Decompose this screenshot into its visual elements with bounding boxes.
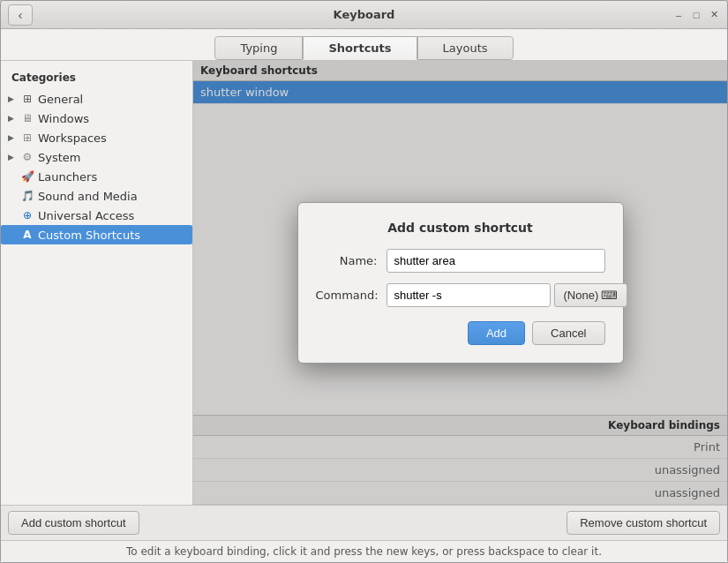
command-label: Command: bbox=[316, 289, 387, 302]
arrow-icon: ▶ bbox=[8, 94, 17, 103]
sidebar-label-universal: Universal Access bbox=[38, 209, 134, 222]
general-icon: ⊞ bbox=[20, 92, 34, 106]
cancel-button[interactable]: Cancel bbox=[532, 321, 604, 345]
sound-icon: 🎵 bbox=[20, 189, 34, 203]
command-field: Command: (None) ⌨ bbox=[316, 283, 605, 307]
name-field: Name: bbox=[316, 249, 605, 273]
add-custom-shortcut-button[interactable]: Add custom shortcut bbox=[8, 511, 139, 535]
custom-icon: A bbox=[20, 228, 34, 242]
universal-icon: ⊕ bbox=[20, 208, 34, 222]
shortcut-button[interactable]: (None) ⌨ bbox=[554, 283, 628, 307]
sidebar-item-workspaces[interactable]: ▶ ⊞ Workspaces bbox=[1, 128, 192, 147]
workspaces-icon: ⊞ bbox=[20, 131, 34, 145]
sidebar-label-launchers: Launchers bbox=[38, 170, 97, 184]
modal-title: Add custom shortcut bbox=[316, 221, 605, 235]
status-text: To edit a keyboard binding, click it and… bbox=[126, 545, 602, 558]
command-row: (None) ⌨ bbox=[387, 283, 628, 307]
command-input[interactable] bbox=[387, 283, 551, 307]
tab-layouts[interactable]: Layouts bbox=[417, 36, 514, 60]
windows-icon: 🖥 bbox=[20, 111, 34, 125]
tabs-bar: Typing Shortcuts Layouts bbox=[1, 29, 727, 61]
sidebar-header: Categories bbox=[1, 68, 192, 89]
launchers-icon: 🚀 bbox=[20, 169, 34, 184]
back-button[interactable]: ‹ bbox=[8, 4, 33, 26]
sidebar-label-custom: Custom Shortcuts bbox=[38, 229, 140, 242]
add-shortcut-modal: Add custom shortcut Name: Command: (None… bbox=[297, 202, 624, 364]
modal-buttons: Add Cancel bbox=[316, 321, 605, 345]
sidebar-item-custom[interactable]: ▶ A Custom Shortcuts bbox=[1, 225, 192, 244]
modal-overlay: Add custom shortcut Name: Command: (None… bbox=[193, 61, 727, 505]
sidebar-label-general: General bbox=[38, 93, 83, 106]
shortcut-label: (None) bbox=[564, 289, 599, 302]
sidebar: Categories ▶ ⊞ General ▶ 🖥 Windows ▶ ⊞ W… bbox=[1, 61, 193, 505]
tab-typing[interactable]: Typing bbox=[214, 36, 303, 60]
system-icon: ⚙ bbox=[20, 150, 34, 164]
sidebar-label-system: System bbox=[38, 151, 80, 164]
status-bar: To edit a keyboard binding, click it and… bbox=[1, 540, 727, 562]
arrow-icon: ▶ bbox=[8, 133, 17, 142]
keyboard-window: ‹ Keyboard – □ ✕ Typing Shortcuts Layout… bbox=[0, 0, 728, 563]
name-input[interactable] bbox=[387, 249, 605, 273]
close-button[interactable]: ✕ bbox=[708, 9, 720, 21]
name-label: Name: bbox=[316, 254, 387, 267]
window-controls: – □ ✕ bbox=[672, 9, 720, 21]
arrow-icon: ▶ bbox=[8, 114, 17, 123]
keyboard-icon: ⌨ bbox=[601, 289, 618, 302]
sidebar-item-sound[interactable]: ▶ 🎵 Sound and Media bbox=[1, 186, 192, 206]
sidebar-item-universal[interactable]: ▶ ⊕ Universal Access bbox=[1, 206, 192, 225]
arrow-icon: ▶ bbox=[8, 153, 17, 161]
add-button[interactable]: Add bbox=[468, 321, 525, 345]
main-panel: Keyboard shortcuts shutter window Keyboa… bbox=[193, 61, 727, 505]
sidebar-label-windows: Windows bbox=[38, 112, 89, 125]
sidebar-item-system[interactable]: ▶ ⚙ System bbox=[1, 147, 192, 167]
sidebar-item-general[interactable]: ▶ ⊞ General bbox=[1, 89, 192, 109]
bottom-bar: Add custom shortcut Remove custom shortc… bbox=[1, 505, 727, 540]
content-area: Categories ▶ ⊞ General ▶ 🖥 Windows ▶ ⊞ W… bbox=[1, 61, 727, 505]
sidebar-label-sound: Sound and Media bbox=[38, 190, 138, 203]
remove-custom-shortcut-button[interactable]: Remove custom shortcut bbox=[567, 511, 720, 535]
tab-shortcuts[interactable]: Shortcuts bbox=[303, 36, 417, 60]
sidebar-item-launchers[interactable]: ▶ 🚀 Launchers bbox=[1, 167, 192, 186]
minimize-button[interactable]: – bbox=[672, 9, 685, 21]
sidebar-item-windows[interactable]: ▶ 🖥 Windows bbox=[1, 109, 192, 128]
maximize-button[interactable]: □ bbox=[690, 9, 702, 21]
titlebar: ‹ Keyboard – □ ✕ bbox=[1, 1, 727, 29]
window-title: Keyboard bbox=[334, 8, 395, 21]
sidebar-label-workspaces: Workspaces bbox=[38, 131, 107, 145]
